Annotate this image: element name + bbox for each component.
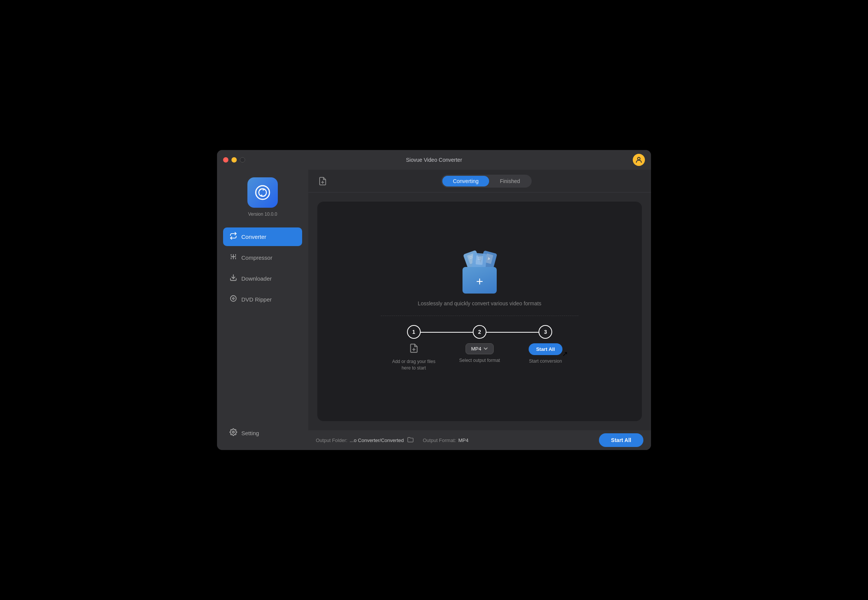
sidebar-bottom: Setting <box>223 424 302 442</box>
sidebar: Version 10.0.0 Converter <box>217 170 308 450</box>
svg-point-11 <box>233 298 234 299</box>
step-1-action: Add or drag your files here to start <box>391 343 437 371</box>
add-file-button[interactable] <box>316 174 329 188</box>
content-footer: Output Folder: ...o Converter/Converted … <box>308 430 651 450</box>
content-header: Converting Finished <box>308 170 651 193</box>
sidebar-item-setting[interactable]: Setting <box>223 424 302 442</box>
minimize-button[interactable] <box>231 157 237 163</box>
step-2-circle: 2 <box>473 325 486 339</box>
drop-zone[interactable]: + Losslessly and quickly convert various… <box>317 202 642 421</box>
titlebar: Siovue Video Converter <box>217 150 651 170</box>
sidebar-item-compressor[interactable]: Compressor <box>223 248 302 267</box>
svg-point-1 <box>256 186 269 199</box>
cursor-icon: ↗ <box>562 350 568 358</box>
step-3-action: Start All ↗ Start conversion <box>529 343 562 365</box>
setting-label: Setting <box>241 430 259 436</box>
dvd-ripper-icon <box>229 295 238 304</box>
output-format-label: Output Format: <box>423 437 456 443</box>
sidebar-nav: Converter Compressor <box>223 227 302 424</box>
tab-converting[interactable]: Converting <box>442 176 489 186</box>
sidebar-item-downloader[interactable]: Downloader <box>223 269 302 288</box>
divider <box>381 316 578 316</box>
drop-description: Losslessly and quickly convert various v… <box>418 300 541 306</box>
drop-icon-container: + <box>457 252 502 294</box>
content-area: Converting Finished <box>308 170 651 450</box>
step-2-line <box>486 332 539 333</box>
folder-base: + <box>463 267 497 294</box>
output-folder-section: Output Folder: ...o Converter/Converted <box>316 437 413 444</box>
app-window: Siovue Video Converter <box>217 150 651 450</box>
svg-point-0 <box>638 157 640 160</box>
compressor-label: Compressor <box>241 254 272 261</box>
tab-finished[interactable]: Finished <box>489 176 531 186</box>
drop-zone-inner: + Losslessly and quickly convert various… <box>381 252 578 371</box>
converter-label: Converter <box>241 234 266 240</box>
step-2-action: MP4 Select output format <box>459 343 500 364</box>
output-format-section: Output Format: MP4 <box>423 437 468 443</box>
step-2-label: Select output format <box>459 357 500 364</box>
step-3-label: Start conversion <box>529 358 562 365</box>
step-1-icon <box>409 343 419 355</box>
folder-icon[interactable] <box>407 437 413 444</box>
app-logo <box>247 177 278 208</box>
dvd-ripper-label: DVD Ripper <box>241 296 272 303</box>
start-all-small-button[interactable]: Start All <box>529 343 562 355</box>
user-icon-button[interactable] <box>633 154 645 166</box>
format-value: MP4 <box>471 346 482 352</box>
sidebar-item-dvd-ripper[interactable]: DVD Ripper <box>223 290 302 309</box>
downloader-label: Downloader <box>241 275 272 282</box>
step-2: 2 MP4 <box>447 325 512 364</box>
compressor-icon <box>229 253 238 262</box>
start-all-button[interactable]: Start All <box>599 433 643 447</box>
output-folder-label: Output Folder: <box>316 437 347 443</box>
svg-rect-20 <box>475 255 483 265</box>
maximize-button[interactable] <box>240 157 245 163</box>
steps-row: 1 <box>381 325 578 371</box>
step-3-circle: 3 <box>539 325 552 339</box>
content-main: + Losslessly and quickly convert various… <box>308 193 651 430</box>
window-title: Siovue Video Converter <box>406 157 462 163</box>
step-1-line <box>421 332 473 333</box>
close-button[interactable] <box>223 157 228 163</box>
step-1-circle: 1 <box>407 325 421 339</box>
step-3: 3 Start All ↗ Start conversion <box>513 325 578 365</box>
svg-point-10 <box>231 296 236 302</box>
converter-icon <box>229 232 238 242</box>
downloader-icon <box>229 274 238 283</box>
tab-group: Converting Finished <box>441 175 532 188</box>
main-content: Version 10.0.0 Converter <box>217 170 651 450</box>
step-1: 1 <box>381 325 447 371</box>
app-logo-area: Version 10.0.0 <box>223 177 302 217</box>
output-folder-value: ...o Converter/Converted <box>350 437 404 443</box>
format-select[interactable]: MP4 <box>466 343 494 354</box>
svg-point-12 <box>233 431 234 433</box>
sidebar-item-converter[interactable]: Converter <box>223 227 302 246</box>
traffic-lights <box>223 157 245 163</box>
app-version: Version 10.0.0 <box>248 212 277 217</box>
folder-plus-icon: + <box>476 275 483 289</box>
setting-icon <box>229 428 238 438</box>
output-format-value: MP4 <box>458 437 469 443</box>
step-1-label: Add or drag your files here to start <box>391 358 437 371</box>
